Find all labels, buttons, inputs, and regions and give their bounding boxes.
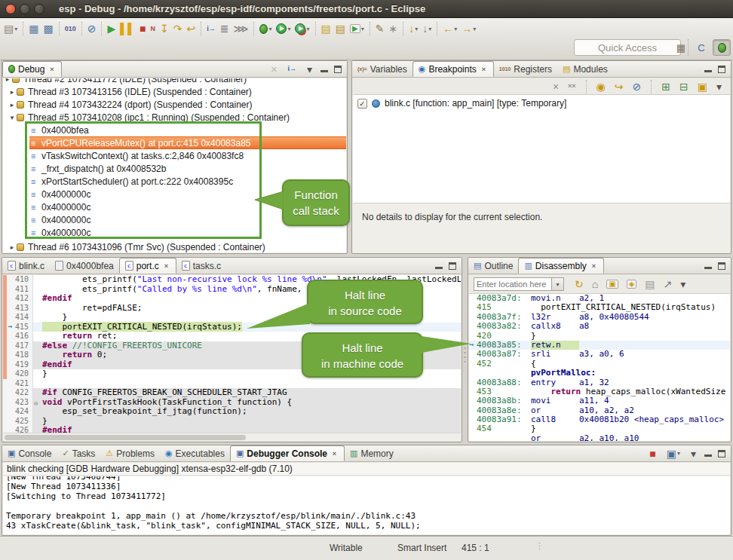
close-icon[interactable] bbox=[330, 449, 339, 457]
disassembly-body[interactable]: 40083a7d:movi.na2, 1415 portEXIT_CRITICA… bbox=[469, 294, 730, 441]
minimize-button[interactable] bbox=[704, 66, 712, 73]
remove-all-terminated-icon[interactable]: × bbox=[268, 61, 279, 78]
step-over-icon[interactable]: ↷ bbox=[171, 20, 185, 37]
collapse-all-icon[interactable]: ⊟ bbox=[677, 78, 691, 95]
save-icon[interactable]: ▦ bbox=[26, 20, 41, 37]
line-number-gutter[interactable]: 410 bbox=[3, 275, 33, 285]
tab-tasks-c[interactable]: tasks.c bbox=[176, 258, 226, 274]
expand-arrow-icon[interactable]: ▸ bbox=[8, 88, 17, 96]
sync-selection-icon[interactable]: ▣ bbox=[604, 276, 620, 292]
scrollbar-thumb[interactable] bbox=[5, 435, 246, 440]
disconnect-icon[interactable]: N bbox=[149, 20, 158, 37]
remove-all-breakpoints-icon[interactable]: ×× bbox=[566, 78, 578, 95]
dropdown-arrow-icon[interactable]: ▾ bbox=[454, 26, 457, 32]
next-annotation-icon[interactable]: ↓▾ bbox=[420, 20, 434, 37]
tab-debugger-console[interactable]: ▣ Debugger Console bbox=[230, 445, 345, 461]
mark-occurrences-icon[interactable]: ∗ bbox=[386, 20, 400, 37]
instruction-stepping-icon[interactable]: i→ bbox=[204, 20, 218, 37]
tab-console[interactable]: ▣ Console bbox=[2, 445, 57, 461]
code-line[interactable]: 424 esp_set_breakpoint_if_jtag(function)… bbox=[3, 407, 461, 417]
view-menu-icon[interactable]: ▾ bbox=[678, 276, 688, 292]
tab-blink-c[interactable]: blink.c bbox=[2, 258, 50, 274]
maximize-button[interactable] bbox=[718, 66, 725, 73]
remove-breakpoint-icon[interactable]: × bbox=[551, 78, 561, 95]
terminate-icon[interactable]: ■ bbox=[137, 20, 148, 37]
tab-variables[interactable]: (x)= Variables bbox=[352, 61, 413, 77]
dropdown-arrow-icon[interactable]: ▾ bbox=[473, 26, 476, 32]
tree-item-thread[interactable]: ▾ Thread #5 1073410208 (ipc1 : Running) … bbox=[3, 111, 346, 124]
dropdown-arrow-icon[interactable]: ▾ bbox=[306, 26, 309, 32]
tree-item-thread[interactable]: ▸ Thread #4 1073432224 (dport) (Suspende… bbox=[3, 98, 346, 111]
maximize-button[interactable] bbox=[718, 450, 725, 457]
use-step-filters-icon[interactable]: ⋙ bbox=[232, 20, 251, 37]
line-number-gutter[interactable]: 420 bbox=[3, 369, 33, 379]
close-icon[interactable] bbox=[480, 65, 488, 73]
quick-access-button[interactable]: Quick Access bbox=[574, 39, 681, 56]
line-number-gutter[interactable]: 426 bbox=[3, 426, 33, 433]
minimize-button[interactable] bbox=[704, 262, 712, 270]
line-number-gutter[interactable]: 425 bbox=[3, 417, 33, 427]
show-source-lookup-icon[interactable]: ≣ bbox=[218, 20, 232, 37]
debug-icon[interactable]: ▾ bbox=[257, 20, 274, 37]
line-number-gutter[interactable]: 421 bbox=[3, 379, 33, 389]
disassembly-line[interactable]: ora2, a10, a10 bbox=[469, 434, 730, 441]
view-menu-icon[interactable]: ▾ bbox=[714, 78, 724, 95]
external-tools-icon[interactable]: ▶▾ bbox=[348, 20, 366, 37]
dropdown-arrow-icon[interactable]: ▾ bbox=[677, 450, 680, 457]
new-view-icon[interactable]: ▤ bbox=[643, 276, 657, 292]
goto-file-icon[interactable]: ↪ bbox=[612, 78, 626, 95]
cpp-perspective-icon[interactable]: C bbox=[692, 39, 710, 56]
profile-icon[interactable]: ▶▾ bbox=[293, 20, 311, 37]
window-maximize-button[interactable] bbox=[34, 4, 44, 14]
tab-0x4000bfea[interactable]: 0x4000bfea bbox=[50, 258, 119, 274]
dropdown-arrow-icon[interactable]: ▾ bbox=[361, 26, 364, 32]
suspend-icon[interactable]: ▌▌ bbox=[118, 20, 137, 37]
stack-frame[interactable]: ≡ vTaskSwitchContext() at tasks.c:2,846 … bbox=[29, 149, 346, 162]
binary-icon[interactable]: 010 bbox=[63, 20, 78, 37]
maximize-button[interactable] bbox=[334, 66, 342, 73]
dropdown-arrow-icon[interactable]: ▾ bbox=[415, 26, 418, 32]
dropdown-arrow-icon[interactable]: ▾ bbox=[287, 26, 290, 32]
window-close-button[interactable] bbox=[5, 4, 16, 14]
forward-icon[interactable]: →▾ bbox=[459, 20, 478, 37]
tab-problems[interactable]: ⚠ Problems bbox=[100, 445, 160, 461]
disassembly-line[interactable]: 40083a91:call80x40081b20 <heap_caps_mall… bbox=[469, 415, 730, 424]
new-wizard-icon[interactable]: ▤▾ bbox=[2, 20, 20, 37]
step-return-icon[interactable]: ↩ bbox=[185, 20, 198, 37]
tab-outline[interactable]: ▤ Outline bbox=[468, 258, 518, 274]
tree-item-thread[interactable]: ▸ Thread #2 1073411772 (IDLE) (Suspended… bbox=[3, 78, 346, 85]
tab-debug[interactable]: Debug bbox=[2, 61, 62, 77]
minimize-button[interactable] bbox=[704, 450, 712, 457]
expand-all-icon[interactable]: ⊞ bbox=[659, 78, 673, 95]
tree-item-thread[interactable]: ▸ Thread #3 1073413156 (IDLE) (Suspended… bbox=[3, 85, 346, 98]
code-line[interactable]: 426 #endif bbox=[3, 426, 461, 433]
back-icon[interactable]: ←▾ bbox=[440, 20, 459, 37]
line-number-gutter[interactable]: 423 bbox=[3, 398, 33, 408]
line-number-gutter[interactable]: →415 bbox=[3, 323, 33, 332]
pencil-icon[interactable]: ✎ bbox=[373, 20, 387, 37]
line-number-gutter[interactable]: 412 bbox=[3, 294, 33, 304]
line-number-gutter[interactable]: 418 bbox=[3, 350, 33, 360]
tab-memory[interactable]: ▥ Memory bbox=[345, 445, 399, 461]
view-menu-icon[interactable]: ▾ bbox=[305, 61, 314, 78]
refresh-icon[interactable]: ↻ bbox=[572, 276, 586, 292]
horizontal-scrollbar[interactable] bbox=[3, 433, 461, 441]
expand-arrow-icon[interactable]: ▸ bbox=[3, 78, 12, 83]
tab-executables[interactable]: ◉ Executables bbox=[160, 445, 230, 461]
line-number-gutter[interactable]: 424 bbox=[3, 407, 33, 417]
line-number-gutter[interactable]: 422 bbox=[3, 388, 33, 398]
tab-breakpoints[interactable]: ◉ Breakpoints bbox=[413, 61, 494, 77]
close-icon[interactable] bbox=[48, 65, 56, 73]
run-icon[interactable]: ▶▾ bbox=[274, 20, 293, 37]
new-project-icon[interactable]: ▤ bbox=[319, 20, 333, 37]
export-icon[interactable]: ↗ bbox=[661, 276, 675, 292]
show-source-icon[interactable]: ◈ bbox=[624, 276, 639, 292]
display-console-icon[interactable]: ▣▾ bbox=[664, 445, 682, 462]
breakpoint-item[interactable]: blink.c [function: app_main] [type: Temp… bbox=[353, 95, 730, 112]
maximize-button[interactable] bbox=[449, 262, 456, 270]
step-into-icon[interactable]: ↧ bbox=[158, 20, 171, 37]
expand-arrow-icon[interactable]: ▾ bbox=[8, 114, 17, 121]
location-dropdown-icon[interactable]: ▾ bbox=[552, 277, 564, 291]
expand-arrow-icon[interactable]: ▸ bbox=[8, 101, 17, 109]
skip-all-breakpoints-icon[interactable]: ⊘ bbox=[85, 20, 99, 37]
